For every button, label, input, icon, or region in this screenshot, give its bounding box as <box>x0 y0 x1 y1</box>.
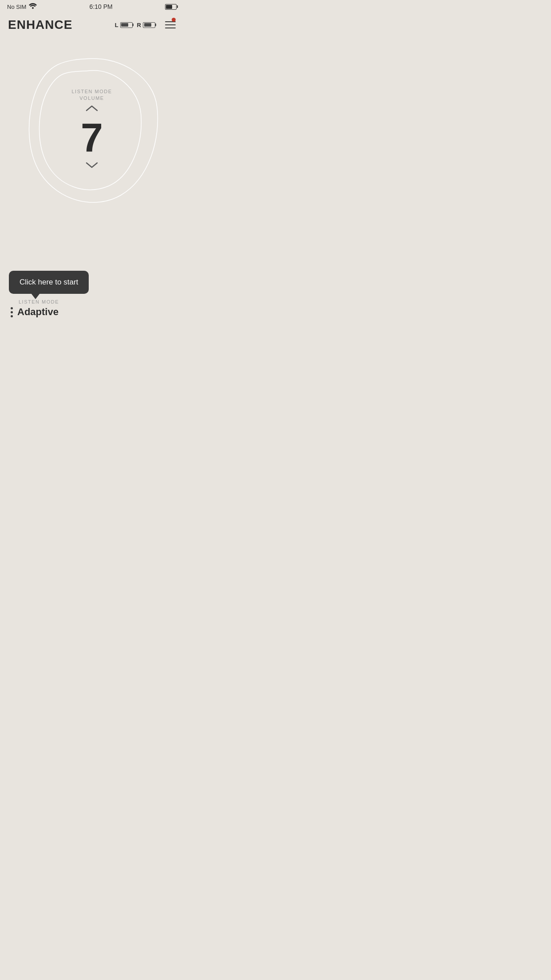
dot-2 <box>11 311 13 313</box>
battery-fill <box>166 5 172 9</box>
dots-menu-icon[interactable] <box>11 307 13 317</box>
volume-label-line1: LISTEN MODE <box>71 89 112 94</box>
header-right: L R <box>115 17 176 33</box>
status-bar: No SIM 6:10 PM <box>0 0 184 12</box>
menu-line-2 <box>165 24 176 25</box>
battery-icon <box>165 4 177 10</box>
bottom-section: Click here to start LISTEN MODE Adaptive <box>0 271 184 327</box>
listen-mode-label: LISTEN MODE <box>11 299 175 304</box>
right-battery-fill <box>144 23 151 27</box>
dot-3 <box>11 315 13 317</box>
right-device-battery: R <box>137 22 155 28</box>
wifi-icon <box>29 3 37 10</box>
listen-mode-section: LISTEN MODE Adaptive <box>9 299 175 318</box>
carrier-wifi: No SIM <box>7 3 37 10</box>
tooltip-bubble[interactable]: Click here to start <box>9 271 89 294</box>
volume-label: LISTEN MODE VOLUME <box>71 88 112 102</box>
notification-dot <box>172 18 176 22</box>
tooltip-container: Click here to start <box>9 271 175 294</box>
app-title: ENHANCE <box>8 18 72 32</box>
volume-dial-container: LISTEN MODE VOLUME 7 <box>21 50 163 209</box>
left-device-battery: L <box>115 22 133 28</box>
battery-status <box>165 4 177 10</box>
volume-center: LISTEN MODE VOLUME 7 <box>71 88 112 171</box>
listen-mode-value[interactable]: Adaptive <box>17 306 59 318</box>
volume-down-button[interactable] <box>86 161 98 171</box>
carrier-text: No SIM <box>7 4 26 10</box>
main-content: LISTEN MODE VOLUME 7 <box>0 36 184 209</box>
menu-line-3 <box>165 28 176 28</box>
right-battery-label: R <box>137 22 141 28</box>
volume-label-line2: VOLUME <box>79 95 104 101</box>
status-time: 6:10 PM <box>90 3 113 10</box>
left-battery-icon <box>120 22 133 28</box>
volume-up-button[interactable] <box>86 104 98 114</box>
left-battery-label: L <box>115 22 118 28</box>
dot-1 <box>11 307 13 309</box>
menu-button[interactable] <box>160 17 176 33</box>
listen-mode-value-row: Adaptive <box>11 306 175 318</box>
app-header: ENHANCE L R <box>0 12 184 36</box>
volume-value: 7 <box>81 118 103 158</box>
svg-point-0 <box>32 7 34 9</box>
right-battery-icon <box>143 22 155 28</box>
left-battery-fill <box>121 23 128 27</box>
